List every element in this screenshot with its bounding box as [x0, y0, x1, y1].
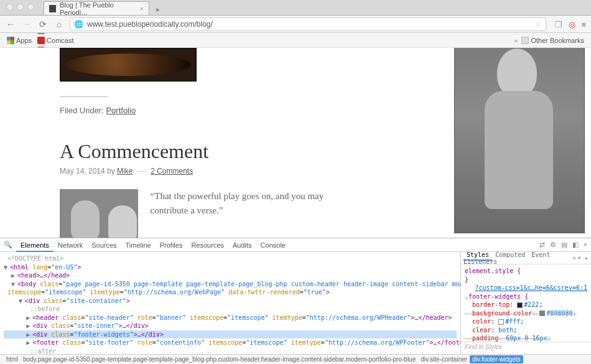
devtools-dock-icon[interactable]: ◧ — [572, 241, 579, 249]
styles-tabs: StylesComputedEvent Listeners » + ▸ — [461, 252, 591, 264]
dom-line[interactable]: ▶<footer class="site-footer" role="conte… — [4, 338, 457, 347]
menu-icon[interactable]: ≡ — [581, 20, 586, 29]
address-bar[interactable]: 🌐 www.test.puebloperiodically.com/blog/ … — [70, 17, 546, 31]
traffic-light-close[interactable] — [6, 4, 13, 11]
dom-line-selected[interactable]: ▶<div class="footer-widgets">…</div> — [4, 330, 457, 339]
css-declaration[interactable]: color: #fff; — [465, 317, 587, 326]
post-thumbnail[interactable] — [60, 189, 138, 238]
ext-icon-1[interactable]: ❐ — [555, 20, 562, 29]
breadcrumb-item[interactable]: body.page.page-id-5350.page-template.pag… — [21, 355, 418, 363]
devtools-tab-timeline[interactable]: Timeline — [121, 240, 156, 251]
dom-line[interactable]: ▼<html lang="en-US"> — [4, 263, 457, 272]
divider — [60, 96, 108, 97]
by-label: by — [107, 167, 115, 175]
bookmark-icon — [37, 37, 45, 44]
rule-selector[interactable]: element.style { — [465, 268, 521, 274]
breadcrumb-item[interactable]: html — [4, 355, 21, 363]
breadcrumb-trail: htmlbody.page.page-id-5350.page-template… — [0, 354, 591, 364]
devtools-tabs: 🔍 ElementsNetworkSourcesTimelineProfiles… — [0, 238, 591, 252]
devtools-tab-audits[interactable]: Audits — [228, 240, 256, 251]
devtools-settings-icon[interactable]: ⚙ — [550, 241, 556, 249]
bookmark-icon — [37, 33, 45, 34]
extension-icons: ❐ ◎ ≡ — [551, 19, 586, 29]
bookmarks-overflow[interactable]: » — [514, 37, 518, 44]
dom-line[interactable]: ::after — [4, 347, 457, 355]
home-button[interactable]: ⌂ — [54, 19, 65, 29]
devtools-body: <!DOCTYPE html> ▼<html lang="en-US"> ▶<h… — [0, 252, 591, 354]
filed-under: Filed Under: Portfolio — [60, 106, 358, 115]
close-tab-icon[interactable]: × — [140, 5, 144, 12]
comments-link[interactable]: 2 Comments — [151, 167, 193, 175]
bookmark-label: Comcast — [47, 37, 73, 44]
devtools-tab-sources[interactable]: Sources — [87, 240, 121, 251]
post-excerpt: “That the powerful play goes on, and you… — [151, 189, 358, 238]
other-bookmarks[interactable]: Other Bookmarks — [519, 35, 586, 45]
css-rules[interactable]: element.style { } ?custom-css=1&c…he=6&c… — [461, 264, 591, 342]
dom-line[interactable]: ▼<body class="page page-id-5350 page-tem… — [4, 280, 457, 297]
bookmark-label: The Aussie Board — [47, 33, 101, 34]
add-rule-icon[interactable]: + — [577, 254, 581, 261]
post-title[interactable]: A Commencement — [60, 140, 358, 163]
rule-selector[interactable]: .footer-widgets { — [465, 293, 528, 300]
dom-line[interactable]: <!DOCTYPE html> — [4, 254, 457, 263]
back-button[interactable]: ← — [5, 19, 16, 29]
apps-label: Apps — [16, 37, 32, 44]
nav-toolbar: ← → ⟳ ⌂ 🌐 www.test.puebloperiodically.co… — [0, 16, 591, 33]
devtools-tab-profiles[interactable]: Profiles — [156, 240, 187, 251]
styles-menu-icon[interactable]: ▸ — [585, 254, 589, 261]
sidebar — [398, 48, 585, 233]
bookmark-star-icon[interactable]: ☆ — [535, 20, 542, 29]
styles-overflow-icon[interactable]: » — [572, 254, 576, 261]
tab-title: Blog | The Pueblo Periodi… — [60, 1, 136, 16]
css-declaration[interactable]: border-top: #222; — [465, 301, 587, 309]
url-text: www.test.puebloperiodically.com/blog/ — [87, 20, 213, 29]
reload-button[interactable]: ⟳ — [37, 19, 49, 29]
post-row: “That the powerful play goes on, and you… — [60, 189, 358, 238]
author-link[interactable]: Mike — [117, 167, 133, 175]
devtools-toggle-icon[interactable]: ⇄ — [539, 241, 545, 249]
traffic-light-min[interactable] — [17, 4, 24, 11]
devtools-tab-console[interactable]: Console — [256, 240, 290, 251]
dom-line[interactable]: ▶<header class="site-header" role="banne… — [4, 314, 457, 322]
devtools-tab-elements[interactable]: Elements — [16, 240, 54, 252]
site-icon: 🌐 — [74, 20, 83, 29]
dom-line[interactable]: ▶<head>…</head> — [4, 271, 457, 280]
ext-icon-2[interactable]: ◎ — [569, 20, 575, 29]
browser-tab[interactable]: Blog | The Pueblo Periodi… × — [44, 1, 149, 15]
favicon-icon — [49, 5, 56, 12]
post-meta: May 14, 2014 by Mike — 2 Comments — [60, 167, 358, 175]
bookmark-item[interactable]: Comcast — [35, 35, 107, 45]
brace: } — [465, 276, 587, 284]
css-declaration[interactable]: padding: 60px 0 16px; — [465, 334, 587, 342]
forward-button[interactable]: → — [21, 19, 32, 29]
tab-strip: Blog | The Pueblo Periodi… × ▸ — [0, 0, 591, 16]
folder-icon — [521, 37, 529, 44]
css-declaration[interactable]: clear: both; — [465, 326, 587, 335]
traffic-light-max[interactable] — [27, 4, 34, 11]
post-date: May 14, 2014 — [60, 167, 105, 175]
apps-button[interactable]: Apps — [5, 35, 34, 45]
featured-image[interactable] — [60, 48, 197, 82]
filed-label: Filed Under: — [60, 106, 104, 115]
page-viewport: Filed Under: Portfolio A Commencement Ma… — [0, 48, 591, 238]
inspect-icon[interactable]: 🔍 — [4, 241, 12, 249]
devtools-tab-resources[interactable]: Resources — [187, 240, 228, 251]
window-controls — [6, 4, 34, 11]
meta-dash: — — [138, 167, 146, 175]
sidebar-photo[interactable] — [454, 48, 585, 233]
devtools-drawer-icon[interactable]: ▤ — [561, 241, 567, 249]
find-in-styles[interactable]: Find in Styles — [461, 342, 591, 354]
breadcrumb-item[interactable]: div.site-container — [418, 355, 470, 363]
styles-panel: StylesComputedEvent Listeners » + ▸ elem… — [460, 252, 591, 354]
category-link[interactable]: Portfolio — [106, 106, 136, 115]
dom-line[interactable]: ::before — [4, 305, 457, 314]
devtools-tab-network[interactable]: Network — [54, 240, 87, 251]
dom-line[interactable]: ▶<div class="site-inner">…</div> — [4, 322, 457, 330]
dom-line[interactable]: ▼<div class="site-container"> — [4, 297, 457, 306]
new-tab-button[interactable]: ▸ — [152, 5, 164, 15]
source-link[interactable]: ?custom-css=1&c…he=6&csrev=6:1 — [475, 284, 587, 291]
dom-tree[interactable]: <!DOCTYPE html> ▼<html lang="en-US"> ▶<h… — [0, 252, 460, 354]
breadcrumb-item[interactable]: div.footer-widgets — [470, 355, 523, 363]
css-declaration[interactable]: background-color: #808080; — [465, 309, 587, 318]
devtools-close-icon[interactable]: × — [584, 241, 587, 249]
